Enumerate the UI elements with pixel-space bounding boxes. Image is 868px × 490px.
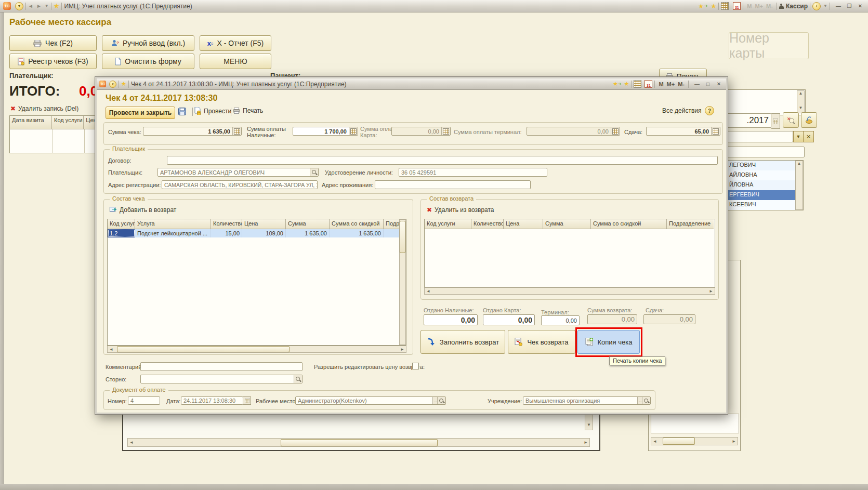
main-menu-icon[interactable]: ▼: [15, 2, 23, 10]
memory-mplus-button[interactable]: M+: [755, 3, 763, 9]
return-table[interactable]: Код услуги Количество Цена Сумма Сумма с…: [424, 219, 715, 287]
scroll-left-icon[interactable]: ◄: [128, 440, 135, 445]
receipt-col-header[interactable]: Количество: [211, 219, 242, 229]
comment-field[interactable]: [140, 362, 303, 371]
list-item[interactable]: АЙЛОВНА: [727, 170, 803, 180]
dialog-minimize-button[interactable]: —: [692, 81, 702, 88]
save-button[interactable]: [178, 108, 186, 115]
return-col-header[interactable]: Цена: [504, 219, 543, 229]
receipt-table[interactable]: Код услуги Услуга Количество Цена Сумма …: [107, 219, 406, 346]
list-item[interactable]: ЛЕГОВИЧ: [727, 161, 803, 170]
scroll-left-icon[interactable]: ◄: [108, 347, 115, 352]
add-favorite-icon[interactable]: ★➔: [613, 81, 622, 87]
scroll-right-icon[interactable]: ►: [730, 439, 738, 444]
date-filter-input[interactable]: .2017: [727, 113, 771, 128]
receipt-row[interactable]: 1.2 Подсчет лейкоцитарной ... 15,00 109,…: [108, 229, 400, 237]
receipt-cell-code[interactable]: 1.2: [108, 229, 135, 237]
dialog-close-button[interactable]: ✕: [714, 81, 724, 88]
receipt-cell-department[interactable]: [384, 229, 400, 237]
payer-name-field[interactable]: АРТАМОНОВ АЛЕКСАНДР ОЛЕГОВИЧ: [157, 168, 319, 177]
scroll-down-icon[interactable]: ▼: [799, 105, 803, 113]
payer-lookup-button[interactable]: [310, 168, 318, 176]
combobox-clear-button[interactable]: ✕: [804, 131, 814, 142]
calendar-icon[interactable]: 31: [645, 80, 652, 88]
date-picker-button[interactable]: [771, 113, 780, 129]
receipt-cell-sum[interactable]: 1 635,00: [286, 229, 330, 237]
visits-col-date[interactable]: Дата визита: [10, 116, 52, 129]
identity-field[interactable]: 36 05 429591: [399, 168, 547, 177]
return-col-header[interactable]: Подразделение: [667, 219, 714, 229]
doc-date-field[interactable]: 24.11.2017 13:08:30: [181, 396, 243, 405]
notes-textarea[interactable]: ▲ ▼: [727, 89, 806, 115]
terminal-field[interactable]: 0,00: [541, 315, 580, 325]
favorites-star-icon[interactable]: ★: [121, 81, 126, 87]
fill-return-button[interactable]: Заполнить возврат: [420, 330, 505, 354]
given-cash-field[interactable]: 0,00: [424, 314, 478, 325]
sum-terminal-field[interactable]: 0,00: [527, 127, 620, 136]
receipt-col-header[interactable]: Подразделение: [384, 219, 400, 229]
patients-list-scrollbar[interactable]: ▲: [795, 161, 803, 210]
combobox-dropdown-button[interactable]: ▼: [793, 131, 804, 142]
manual-input-button[interactable]: ? Ручной ввод (вкл.): [102, 35, 194, 51]
scroll-up-icon[interactable]: ▲: [799, 91, 803, 98]
restore-button[interactable]: ❐: [845, 3, 854, 10]
receipt-hscrollbar[interactable]: ◄ ►: [107, 346, 406, 353]
given-card-field[interactable]: 0,00: [483, 314, 535, 325]
receipt-cell-price[interactable]: 109,00: [242, 229, 286, 237]
workplace-field[interactable]: Администратор(Kotenkov) ...: [295, 396, 446, 405]
clear-form-button[interactable]: Очистить форму: [102, 54, 194, 69]
memory-mminus-button[interactable]: M-: [678, 81, 685, 87]
patients-list[interactable]: ЛЕГОВИЧ АЙЛОВНА ЙЛОВНА ЕРГЕЕВИЧ КСЕЕВИЧ …: [727, 160, 804, 210]
delete-row-button[interactable]: ✖ Удалить запись (Del): [10, 105, 78, 112]
card-number-input[interactable]: Номер карты: [729, 32, 809, 59]
scroll-right-icon[interactable]: ►: [582, 440, 589, 445]
return-col-header[interactable]: Сумма: [543, 219, 591, 229]
calc-field-button[interactable]: [711, 127, 720, 135]
patient-combobox[interactable]: [727, 131, 793, 142]
calc-field-button[interactable]: [349, 127, 358, 135]
back-icon[interactable]: ◄: [28, 3, 33, 9]
doc-date-picker-button[interactable]: [243, 396, 251, 405]
memory-mminus-button[interactable]: M-: [766, 3, 773, 9]
visits-col-code[interactable]: Код услуги: [52, 116, 84, 129]
organization-field[interactable]: Вымышленная организация ...: [523, 396, 651, 405]
notes-scrollbar[interactable]: ▲ ▼: [797, 90, 805, 113]
print-panel-hscrollbar[interactable]: ◄ ►: [651, 437, 738, 445]
favorites-star-icon[interactable]: ★: [54, 3, 60, 9]
reg-address-field[interactable]: САМАРСКАЯ ОБЛАСТЬ, КИРОВСКИЙ, СТАРА-ЗАГО…: [162, 180, 318, 189]
panel-hscrollbar[interactable]: ◄ ►: [127, 438, 590, 447]
calculator-icon[interactable]: [634, 80, 641, 88]
visits-table[interactable]: Дата визита Код услуги Цена: [9, 115, 101, 153]
scroll-down-icon[interactable]: ▼: [587, 422, 591, 430]
remove-from-return-button[interactable]: ✖ Удалить из возврата: [427, 206, 494, 214]
post-and-close-button[interactable]: Провести и закрыть: [106, 107, 175, 119]
receipt-col-header[interactable]: Код услуги: [108, 219, 135, 229]
add-favorite-icon[interactable]: ★➔: [698, 3, 707, 9]
close-button[interactable]: ✕: [856, 3, 865, 10]
receipt-col-header[interactable]: Услуга: [135, 219, 211, 229]
favorites-page-icon[interactable]: ★: [711, 3, 717, 9]
info-chevron-icon[interactable]: ▼: [823, 4, 827, 8]
history-chevron-icon[interactable]: ▼: [45, 4, 49, 8]
cheque-registry-button[interactable]: Реестр чеков (F3): [9, 54, 97, 69]
calc-field-button[interactable]: [232, 127, 241, 135]
return-change-field[interactable]: 0,00: [643, 314, 695, 324]
list-item-selected[interactable]: ЕРГЕЕВИЧ: [727, 190, 803, 200]
memory-m-button[interactable]: M: [747, 3, 752, 9]
scroll-left-icon[interactable]: ◄: [651, 439, 659, 444]
receipt-cell-sum-discount[interactable]: 1 635,00: [330, 229, 384, 237]
list-item[interactable]: КСЕЕВИЧ: [727, 200, 803, 210]
calc-field-button[interactable]: [611, 127, 620, 135]
clear-search-button[interactable]: ✕: [783, 112, 799, 128]
memory-mplus-button[interactable]: M+: [667, 81, 675, 87]
add-to-return-button[interactable]: Добавить в возврат: [110, 206, 176, 214]
scroll-right-icon[interactable]: ►: [399, 347, 406, 352]
storno-lookup-button[interactable]: [294, 375, 302, 383]
list-item[interactable]: ЙЛОВНА: [727, 180, 803, 190]
scroll-left-icon[interactable]: ◄: [425, 289, 432, 294]
scroll-right-icon[interactable]: ►: [707, 289, 715, 294]
dialog-menu-icon[interactable]: ▼: [109, 81, 116, 88]
dialog-maximize-button[interactable]: □: [703, 81, 713, 88]
memory-m-button[interactable]: M: [659, 81, 663, 87]
receipt-vscrollbar[interactable]: [399, 219, 406, 345]
